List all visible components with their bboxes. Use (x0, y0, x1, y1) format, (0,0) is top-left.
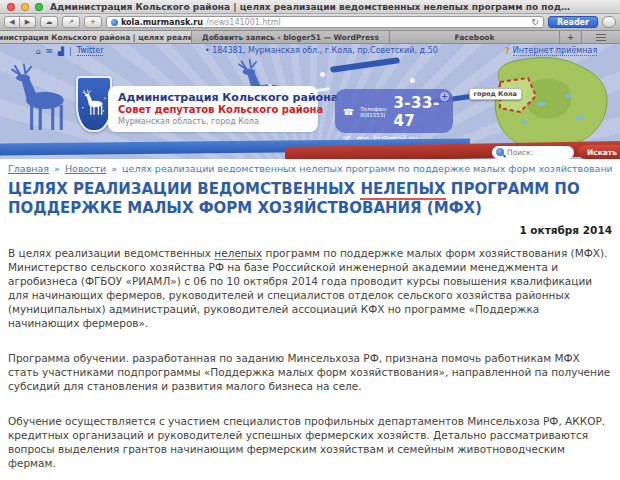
close-window-button[interactable] (7, 3, 15, 11)
widget-plus-icon[interactable]: + (440, 92, 449, 101)
phone-code: 8(81553) (360, 112, 385, 118)
paragraph-text: программ по поддержке малых форм хозяйст… (8, 247, 607, 329)
article-paragraph: В целях реализации ведомственных нелепых… (8, 246, 612, 330)
site-header: ⌂ ✉ ▟ | Twitter • 184381, Мурманская обл… (0, 44, 620, 159)
window-controls (7, 3, 43, 11)
contact-widget: + ☎ Телефон: 8(81553) 3-33-47 ✉ mo_kr@ma… (335, 89, 453, 133)
tab-kola-site[interactable]: Администрация Кольского района | целях р… (0, 31, 192, 43)
breadcrumb-separator: » (109, 163, 119, 174)
search-icon (496, 148, 504, 156)
breadcrumb-home-link[interactable]: Главная (8, 163, 49, 174)
breadcrumb-current: целях реализации ведомственных нелепых п… (122, 163, 612, 174)
paragraph-text: В целях реализации ведомственных (8, 247, 211, 259)
title-marked-word: НЕЛЕПЫХ (360, 180, 445, 200)
snow-dot (410, 78, 415, 83)
divider: | (69, 47, 72, 56)
site-search: Искать (492, 145, 620, 159)
tab-bar: Администрация Кольского района | целях р… (0, 31, 620, 44)
phone-icon: ☎ (343, 107, 354, 117)
article-date: 1 октября 2014 (8, 224, 612, 236)
header-utility-links: ⌂ ✉ ▟ | Twitter (36, 46, 103, 56)
article-title: ЦЕЛЯХ РЕАЛИЗАЦИИ ВЕДОМСТВЕННЫХ НЕЛЕПЫХ П… (8, 180, 612, 218)
tab-wordpress[interactable]: Добавить запись ‹ bloger51 — WordPress (192, 31, 390, 43)
minimize-window-button[interactable] (21, 3, 29, 11)
site-logo-box[interactable]: Администрация Кольского района Совет деп… (108, 86, 318, 132)
reader-button[interactable]: Reader (548, 16, 598, 28)
article-paragraph: Программа обучении. разработанная по зад… (8, 351, 612, 393)
ribbon-streak (330, 57, 400, 73)
deer-silhouette-icon (2, 62, 80, 134)
search-button[interactable]: Искать (578, 145, 620, 159)
new-tab-button[interactable]: + (84, 16, 102, 28)
tab-overview-button[interactable] (582, 31, 620, 43)
breadcrumb-news-link[interactable]: Новости (65, 163, 106, 174)
org-location: Мурманская область, город Кола (118, 117, 308, 126)
page-content: Главная » Новости » целях реализации вед… (0, 159, 620, 480)
mac-title-bar: Администрация Кольского района | целях р… (0, 0, 620, 14)
window-title: Администрация Кольского района | целях р… (0, 2, 620, 12)
refresh-icon[interactable]: ↻ (531, 18, 539, 27)
url-path: /news141001.html (206, 18, 528, 27)
toolbar-extra-button[interactable] (602, 16, 616, 28)
tab-overview-icon (596, 34, 606, 41)
tab-add-button[interactable]: + (560, 31, 582, 43)
search-input[interactable] (507, 148, 567, 157)
site-favicon-icon (111, 19, 118, 26)
title-text: ЦЕЛЯХ РЕАЛИЗАЦИИ ВЕДОМСТВЕННЫХ (8, 180, 355, 198)
mail-icon[interactable]: ✉ (46, 47, 53, 56)
coat-of-arms (76, 76, 112, 132)
org-title: Администрация Кольского района (118, 91, 308, 104)
phone-number: 3-33-47 (393, 94, 445, 130)
map-label[interactable]: город Кола (469, 88, 522, 100)
icloud-tabs-button[interactable]: ☁ (40, 16, 58, 28)
browser-toolbar: ◀ ▶ ☁ ↗ + kola.murmansk.ru /news141001.h… (0, 14, 620, 31)
share-button[interactable]: ↗ (62, 16, 80, 28)
marked-word: нелепых (214, 247, 262, 260)
back-button[interactable]: ◀ (4, 16, 20, 28)
browser-window: Администрация Кольского района | целях р… (0, 0, 620, 480)
org-subtitle: Совет депутатов Кольского района (118, 104, 308, 115)
article-paragraph: Обучение осуществляется с участием специ… (8, 414, 612, 470)
search-field[interactable] (492, 146, 574, 159)
stats-icon[interactable]: ▟ (58, 47, 64, 56)
nav-buttons: ◀ ▶ (4, 16, 36, 28)
tab-facebook[interactable]: Facebook (390, 31, 560, 43)
url-domain: kola.murmansk.ru (121, 18, 203, 27)
forward-button[interactable]: ▶ (20, 16, 36, 28)
breadcrumb-separator: » (52, 163, 62, 174)
breadcrumb: Главная » Новости » целях реализации вед… (8, 163, 612, 174)
region-map[interactable] (472, 52, 620, 156)
snow-dot (320, 72, 325, 77)
twitter-link[interactable]: Twitter (77, 46, 104, 56)
home-icon[interactable]: ⌂ (36, 47, 41, 56)
address-bar[interactable]: kola.murmansk.ru /news141001.html ↻ (106, 16, 544, 28)
zoom-window-button[interactable] (35, 3, 43, 11)
postal-address: • 184381, Мурманская обл., г.Кола, пр.Со… (205, 46, 438, 55)
